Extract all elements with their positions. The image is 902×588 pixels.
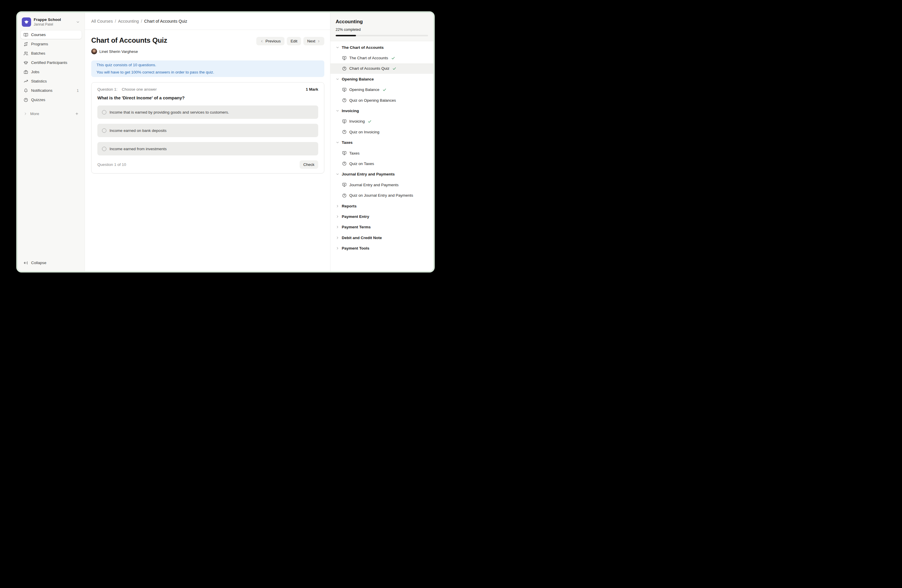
- answer-option-label: Income earned on bank deposits: [110, 128, 166, 133]
- outline-item-label: Quiz on Journal Entry and Payments: [349, 193, 413, 197]
- outline-item[interactable]: Journal Entry and Payments: [330, 180, 433, 190]
- previous-button[interactable]: Previous: [256, 37, 285, 45]
- chevron-down-icon: [336, 109, 340, 113]
- frappe-school-logo-icon: [22, 17, 31, 27]
- course-title: Accounting: [336, 19, 428, 25]
- chevron-right-icon: [336, 236, 340, 240]
- answer-option-label: Income that is earned by providing goods…: [110, 110, 229, 114]
- outline-item[interactable]: Invoicing: [330, 116, 433, 127]
- chevron-down-icon: [336, 141, 340, 144]
- answer-option[interactable]: Income that is earned by providing goods…: [97, 105, 318, 119]
- outline-item[interactable]: Taxes: [330, 148, 433, 158]
- radio-icon[interactable]: [102, 110, 106, 114]
- sidebar-collapse-button[interactable]: Collapse: [20, 258, 81, 267]
- chevron-right-icon: [336, 215, 340, 219]
- breadcrumb-accounting[interactable]: Accounting: [118, 19, 139, 23]
- sidebar-item-label: Courses: [31, 33, 45, 37]
- instructor-name: Linet Sherin Varghese: [99, 49, 138, 54]
- outline-section-header[interactable]: Invoicing: [330, 105, 433, 116]
- course-instructor: Linet Sherin Varghese: [91, 48, 324, 54]
- outline-item[interactable]: Opening Balance: [330, 84, 433, 95]
- sidebar-item-label: Notifications: [31, 88, 53, 93]
- outline-item-label: Quiz on Invoicing: [349, 130, 379, 134]
- outline-section-header[interactable]: Reports: [330, 201, 433, 211]
- lesson-icon: [342, 56, 347, 60]
- question-text: What is the 'Direct Income' of a company…: [97, 95, 318, 100]
- sidebar-more[interactable]: More: [20, 109, 81, 118]
- answer-option[interactable]: Income earned from investments: [97, 142, 318, 155]
- outline-section-title: Payment Entry: [342, 214, 370, 219]
- outline-section-header[interactable]: Payment Tools: [330, 243, 433, 253]
- outline-item-label: Taxes: [349, 151, 359, 155]
- route-icon: [23, 42, 28, 47]
- outline-item-label: Invoicing: [349, 119, 365, 124]
- breadcrumb-all-courses[interactable]: All Courses: [91, 19, 113, 23]
- quiz-info-banner: This quiz consists of 10 questions. You …: [91, 60, 324, 77]
- question-progress: Question 1 of 10: [97, 163, 126, 167]
- outline-item[interactable]: Quiz on Taxes: [330, 158, 433, 169]
- outline-section-header[interactable]: Journal Entry and Payments: [330, 169, 433, 180]
- arrow-left-to-line-icon: [23, 261, 28, 265]
- workspace-user: Jannat Patel: [34, 23, 61, 27]
- question-number-label: Question 1:: [97, 87, 117, 92]
- edit-button[interactable]: Edit: [287, 37, 301, 45]
- outline-item-label: Quiz on Taxes: [349, 161, 374, 166]
- chevron-down-icon: [336, 172, 340, 176]
- workspace-title: Frappe School: [34, 17, 61, 22]
- radio-icon[interactable]: [102, 128, 106, 133]
- sidebar-item-label: Programs: [31, 42, 48, 46]
- lesson-icon: [342, 151, 347, 155]
- outline-item[interactable]: Quiz on Invoicing: [330, 127, 433, 137]
- outline-section-header[interactable]: The Chart of Accounts: [330, 42, 433, 53]
- outline-section-title: Reports: [342, 204, 357, 208]
- outline-section-header[interactable]: Payment Entry: [330, 211, 433, 222]
- sidebar-item-programs[interactable]: Programs: [20, 40, 81, 48]
- outline-section-header[interactable]: Opening Balance: [330, 74, 433, 84]
- sidebar-item-quizzes[interactable]: Quizzes: [20, 95, 81, 104]
- breadcrumb-separator: /: [115, 19, 116, 23]
- outline-section-header[interactable]: Debit and Credit Note: [330, 232, 433, 243]
- outline-item-label: The Chart of Accounts: [349, 56, 388, 60]
- sidebar-item-label: Quizzes: [31, 98, 45, 102]
- lesson-icon: [342, 119, 347, 124]
- outline-section-title: Payment Tools: [342, 246, 370, 250]
- sidebar-item-batches[interactable]: Batches: [20, 49, 81, 58]
- outline-section-header[interactable]: Taxes: [330, 138, 433, 148]
- answer-option[interactable]: Income earned on bank deposits: [97, 124, 318, 137]
- check-button[interactable]: Check: [300, 160, 318, 169]
- next-button[interactable]: Next: [303, 37, 324, 45]
- outline-item[interactable]: The Chart of Accounts: [330, 53, 433, 63]
- radio-icon[interactable]: [102, 147, 106, 151]
- course-outline-panel: Accounting 22% completed The Chart of Ac…: [330, 13, 433, 271]
- outline-item[interactable]: Quiz on Opening Balances: [330, 95, 433, 105]
- chevron-left-icon: [260, 39, 263, 43]
- sidebar-item-label: Jobs: [31, 70, 39, 74]
- outline-section-header[interactable]: Payment Terms: [330, 222, 433, 232]
- app-window: Frappe School Jannat Patel Courses Progr…: [16, 11, 435, 272]
- trending-up-icon: [23, 79, 28, 84]
- quiz-icon: [342, 98, 347, 103]
- outline-item-label: Chart of Accounts Quiz: [349, 66, 389, 70]
- sidebar-item-label: Certified Participants: [31, 60, 67, 65]
- outline-section-title: Journal Entry and Payments: [342, 172, 395, 176]
- chevron-right-icon: [23, 112, 27, 116]
- check-icon: [392, 67, 396, 70]
- outline-section-title: Invoicing: [342, 109, 359, 113]
- banner-line: This quiz consists of 10 questions.: [97, 62, 319, 69]
- outline-item[interactable]: Quiz on Journal Entry and Payments: [330, 190, 433, 200]
- workspace-switcher[interactable]: Frappe School Jannat Patel: [20, 16, 81, 31]
- course-progress-bar: [336, 35, 428, 36]
- lesson-icon: [342, 183, 347, 187]
- breadcrumb: All Courses / Accounting / Chart of Acco…: [85, 13, 330, 30]
- plus-icon[interactable]: [75, 112, 79, 116]
- outline-list: The Chart of AccountsThe Chart of Accoun…: [330, 41, 433, 271]
- sidebar-item-courses[interactable]: Courses: [20, 31, 81, 39]
- sidebar-item-jobs[interactable]: Jobs: [20, 68, 81, 76]
- breadcrumb-separator: /: [141, 19, 142, 23]
- sidebar-item-notifications[interactable]: Notifications 1: [20, 86, 81, 95]
- outline-item[interactable]: Chart of Accounts Quiz: [330, 63, 433, 74]
- sidebar-item-certified-participants[interactable]: Certified Participants: [20, 58, 81, 67]
- sidebar-item-statistics[interactable]: Statistics: [20, 77, 81, 85]
- bell-icon: [23, 88, 28, 93]
- instructor-avatar: [91, 48, 97, 54]
